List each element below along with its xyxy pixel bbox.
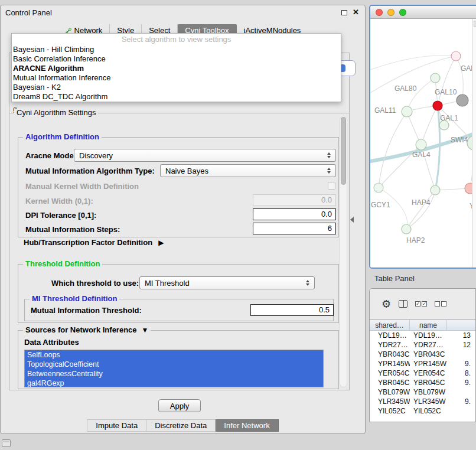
empty-box-icon	[435, 301, 440, 306]
which-threshold-select[interactable]: MI Threshold	[139, 276, 315, 289]
table-cell: YLR345W	[410, 397, 447, 406]
columns-icon[interactable]	[399, 300, 407, 308]
table-row[interactable]: YDR27…YDR27…12	[370, 340, 475, 350]
aracne-mode-select[interactable]: Discovery	[74, 149, 336, 162]
sources-group: Sources for Network Inference ▼ Data Att…	[18, 330, 339, 389]
scrollbar-thumb[interactable]	[341, 117, 346, 185]
manual-kernel-checkbox	[328, 182, 335, 190]
table-cell: YBR045C	[370, 379, 410, 387]
table-cell: YDR27…	[370, 341, 410, 349]
network-svg: GAL8GAL80GAL10GAL11GAL1SWI4GAL4GCY1HAP4H…	[370, 19, 476, 268]
node-label-hap2: HAP2	[406, 236, 425, 244]
network-node[interactable]	[416, 139, 426, 150]
algorithm-option-dream8-dc-tdc-algorithm[interactable]: Dream8 DC_TDC Algorithm	[12, 92, 341, 102]
table-cell: YLR345W	[370, 397, 410, 406]
mi-algorithm-type-select[interactable]: Naive Bayes	[160, 164, 336, 177]
network-canvas[interactable]: GAL8GAL80GAL10GAL11GAL1SWI4GAL4GCY1HAP4H…	[370, 19, 476, 268]
table-cell: YIL052C	[370, 407, 410, 415]
select-all-icon[interactable]: ✓ ✓	[415, 301, 427, 306]
table-row[interactable]: YER054CYER054C8.	[370, 369, 475, 378]
data-attributes-label: Data Attributes	[24, 338, 79, 347]
algorithm-definition-title: Algorithm Definition	[23, 133, 102, 141]
tab-infer-network[interactable]: Infer Network	[216, 419, 278, 432]
control-panel-titlebar: Control Panel ✕	[1, 5, 365, 21]
network-edge	[406, 190, 435, 229]
node-label-gal80: GAL80	[395, 84, 417, 93]
attribute-item-topologicalcoefficient[interactable]: TopologicalCoefficient	[25, 360, 323, 369]
table-row[interactable]: YPR145WYPR145W9.	[370, 359, 475, 369]
table-cell: YER054C	[410, 369, 447, 377]
mi-steps-field[interactable]: 6	[253, 223, 336, 234]
network-node[interactable]	[402, 106, 412, 117]
table-panel-window: ⚙ ✓ ✓ shared…name YDL19…YDL19…13YDR27…YD…	[369, 288, 476, 422]
table-cell: YBR045C	[410, 379, 447, 387]
algorithm-option-bayesian-k2[interactable]: Bayesian - K2	[12, 83, 341, 92]
table-header: shared…name	[370, 319, 475, 331]
algorithm-option-aracne-algorithm[interactable]: ARACNE Algorithm	[12, 64, 341, 73]
network-view-window: GAL8GAL80GAL10GAL11GAL1SWI4GAL4GCY1HAP4H…	[369, 5, 476, 269]
algorithm-option-bayesian-hill-climbing[interactable]: Bayesian - Hill Climbing	[12, 45, 341, 54]
aracne-mode-label: Aracne Mode:	[25, 151, 76, 160]
table-cell: YPR145W	[410, 360, 447, 368]
table-row[interactable]: YBR045CYBR045C9.	[370, 378, 475, 387]
table-row[interactable]: YBL079WYBL079W	[370, 387, 475, 397]
settings-scrollbar[interactable]	[340, 116, 347, 387]
sources-section-toggle[interactable]: Sources for Network Inference ▼	[23, 326, 151, 334]
settings-group-title: Cyni Algorithm Settings	[14, 109, 98, 117]
table-cell: YER054C	[370, 369, 410, 377]
network-node[interactable]	[433, 101, 442, 110]
sources-section-label: Sources for Network Inference	[25, 326, 137, 334]
apply-button[interactable]: Apply	[158, 399, 201, 412]
network-node[interactable]	[431, 73, 440, 83]
hub-section-toggle[interactable]: Hub/Transcription Factor Definition ▶	[24, 238, 164, 247]
network-edge	[379, 112, 407, 188]
network-node[interactable]	[431, 185, 440, 195]
deselect-all-icon[interactable]	[435, 301, 446, 306]
network-node[interactable]	[451, 51, 461, 61]
table-panel-title: Table Panel	[374, 274, 415, 283]
table-cell: 9.	[447, 360, 475, 368]
network-scrollbar[interactable]	[472, 19, 476, 268]
zoom-traffic-light[interactable]	[399, 9, 406, 16]
threshold-definition-title: Threshold Definition	[23, 260, 102, 268]
table-cell: 9.	[447, 379, 475, 387]
algorithm-option-mutual-information-inference[interactable]: Mutual Information Inference	[12, 73, 341, 83]
node-label-gcy1: GCY1	[371, 201, 390, 209]
table-cell: 12	[447, 341, 475, 349]
kernel-width-field: 0.0	[253, 194, 336, 206]
network-window-titlebar[interactable]	[370, 6, 476, 19]
mi-algorithm-type-label: Mutual Information Algorithm Type:	[25, 167, 155, 175]
tab-discretize-data[interactable]: Discretize Data	[146, 419, 216, 432]
kernel-width-label: Kernel Width (0,1):	[25, 197, 93, 206]
table-cell: 9.	[447, 397, 475, 406]
attribute-item-selfloops[interactable]: SelfLoops	[25, 350, 323, 360]
table-row[interactable]: YDL19…YDL19…13	[370, 331, 475, 340]
hub-section-label: Hub/Transcription Factor Definition	[24, 238, 152, 247]
mi-threshold-label: Mutual Information Threshold:	[31, 306, 142, 315]
table-toolbar: ⚙ ✓ ✓	[370, 289, 475, 319]
table-row[interactable]: YBR043CYBR043C	[370, 350, 475, 359]
mi-threshold-field[interactable]: 0.5	[250, 304, 334, 316]
network-node[interactable]	[457, 94, 468, 106]
bottom-tabs: Impute DataDiscretize DataInfer Network	[1, 419, 365, 432]
dpi-tolerance-field[interactable]: 0.0	[253, 208, 336, 220]
attribute-item-betweennesscentrality[interactable]: BetweennessCentrality	[25, 369, 323, 379]
table-cell: YBR043C	[370, 350, 410, 358]
algorithm-option-basic-correlation-inference[interactable]: Basic Correlation Inference	[12, 54, 341, 64]
network-node[interactable]	[374, 183, 383, 193]
column-header-1: name	[410, 320, 447, 330]
node-label-gal1: GAL1	[440, 114, 458, 122]
minimize-traffic-light[interactable]	[387, 9, 395, 16]
gear-icon[interactable]: ⚙	[382, 299, 391, 309]
dropdown-prompt: Select algorithm to view settings	[12, 34, 341, 45]
network-node[interactable]	[402, 224, 411, 234]
table-row[interactable]: YIL052CYIL052C	[370, 406, 475, 416]
minimized-panel-icon[interactable]	[2, 439, 11, 447]
close-traffic-light[interactable]	[376, 9, 383, 16]
tab-impute-data[interactable]: Impute Data	[87, 419, 146, 432]
close-icon[interactable]: ✕	[353, 9, 359, 16]
panel-collapse-arrow[interactable]	[350, 217, 354, 223]
float-icon[interactable]	[341, 10, 347, 15]
attribute-item-gal4rgexp[interactable]: gal4RGexp	[25, 379, 323, 387]
table-row[interactable]: YLR345WYLR345W9.	[370, 397, 475, 406]
